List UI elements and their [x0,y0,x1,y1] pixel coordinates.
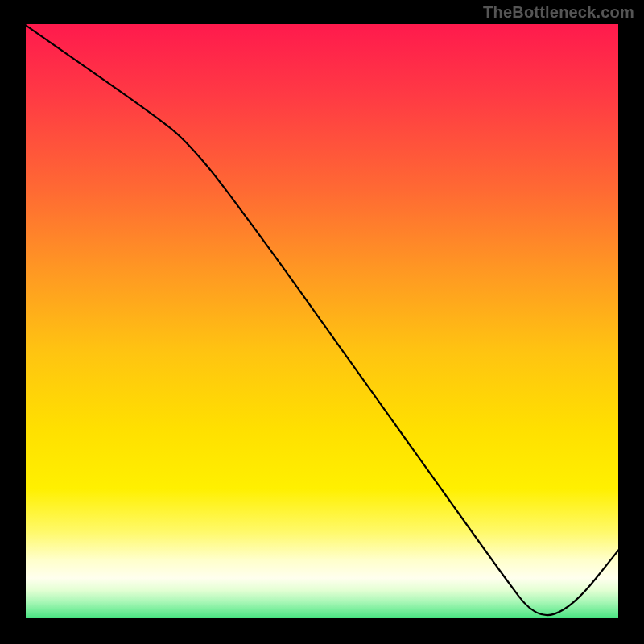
chart-frame: TheBottleneck.com [0,0,644,644]
gradient-background [24,24,620,620]
plot-area [24,24,620,620]
watermark-text: TheBottleneck.com [483,3,634,22]
